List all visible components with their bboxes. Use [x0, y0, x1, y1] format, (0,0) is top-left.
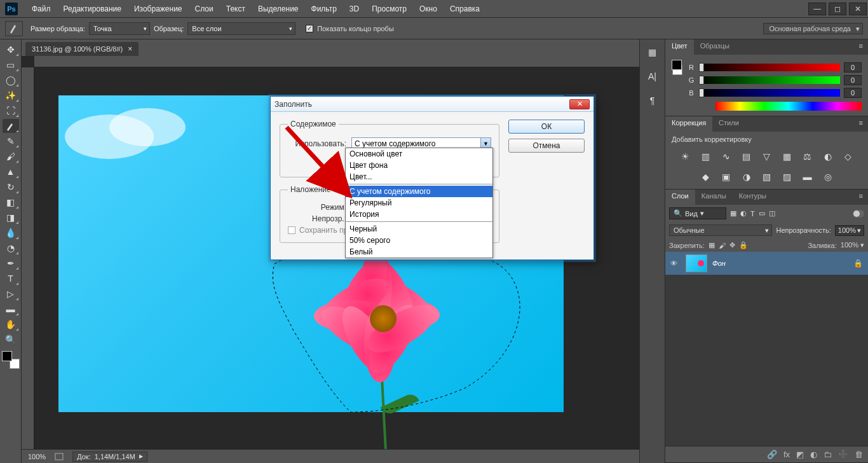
foreground-background-color[interactable] — [2, 351, 20, 369]
layer-opacity-value[interactable]: 100% ▾ — [835, 225, 864, 236]
status-zoom[interactable]: 100% — [28, 453, 46, 460]
menu-edit[interactable]: Редактирование — [57, 0, 128, 17]
filter-type-icon[interactable]: T — [750, 210, 755, 218]
document-tab-close[interactable]: × — [128, 45, 132, 53]
tab-color[interactable]: Цвет — [665, 39, 694, 55]
layer-mask-icon[interactable]: ◩ — [796, 450, 804, 459]
filter-toggle[interactable] — [853, 210, 864, 218]
b-value[interactable]: 0 — [844, 88, 862, 98]
hand-tool[interactable]: ✋ — [3, 317, 19, 331]
hue-strip[interactable] — [715, 102, 862, 111]
clone-stamp-tool[interactable]: ▲ — [3, 165, 19, 179]
layer-name[interactable]: Фон — [712, 259, 848, 267]
workspace-select[interactable]: Основная рабочая среда — [763, 23, 863, 34]
link-layers-icon[interactable]: 🔗 — [767, 450, 777, 459]
paragraph-panel-icon[interactable]: ¶ — [645, 93, 660, 108]
tab-channels[interactable]: Каналы — [695, 190, 733, 205]
window-minimize[interactable]: — — [808, 3, 826, 15]
photo-filter-icon[interactable]: ◇ — [841, 149, 855, 163]
vibrance-icon[interactable]: ▽ — [760, 149, 774, 163]
eyedropper-tool[interactable] — [3, 119, 19, 133]
dodge-tool[interactable]: ◔ — [3, 241, 19, 255]
lock-transparent-icon[interactable]: ▦ — [709, 241, 715, 249]
dialog-title-bar[interactable]: Заполнить ✕ — [271, 97, 593, 112]
gradient-map-icon[interactable]: ▬ — [801, 170, 815, 184]
menu-layers[interactable]: Слои — [189, 0, 220, 17]
delete-layer-icon[interactable]: 🗑 — [855, 450, 863, 459]
layer-thumbnail[interactable] — [686, 254, 707, 272]
panel-menu-icon[interactable]: ≡ — [854, 190, 868, 205]
lock-pixels-icon[interactable]: 🖌 — [719, 242, 726, 249]
eraser-tool[interactable]: ◧ — [3, 195, 19, 209]
menu-help[interactable]: Справка — [444, 0, 486, 17]
g-slider[interactable] — [699, 76, 840, 84]
r-value[interactable]: 0 — [844, 62, 862, 73]
filter-adjust-icon[interactable]: ◐ — [740, 209, 747, 218]
dropdown-option[interactable]: История — [346, 209, 492, 220]
active-tool-icon[interactable] — [5, 21, 23, 36]
menu-filter[interactable]: Фильтр — [305, 0, 343, 17]
ok-button[interactable]: ОК — [508, 120, 585, 134]
dropdown-option[interactable]: Цвет... — [346, 171, 492, 183]
menu-3d[interactable]: 3D — [343, 0, 365, 17]
channel-mixer-icon[interactable]: ◆ — [699, 170, 713, 184]
curves-icon[interactable]: ∿ — [719, 149, 733, 163]
lock-position-icon[interactable]: ✥ — [729, 241, 735, 249]
panel-menu-icon[interactable]: ≡ — [854, 39, 868, 55]
layer-row[interactable]: 👁 Фон 🔒 — [665, 252, 868, 275]
menu-view[interactable]: Просмотр — [365, 0, 413, 17]
new-adjustment-icon[interactable]: ◐ — [810, 450, 817, 459]
pen-tool[interactable]: ✒ — [3, 256, 19, 270]
menu-text[interactable]: Текст — [220, 0, 252, 17]
lasso-tool[interactable]: ◯ — [3, 73, 19, 87]
window-close[interactable]: ✕ — [849, 3, 867, 15]
blur-tool[interactable]: 💧 — [3, 226, 19, 240]
crop-tool[interactable]: ⛶ — [3, 104, 19, 118]
layer-filter[interactable]: 🔍 Вид ▾ — [669, 207, 726, 219]
filter-shape-icon[interactable]: ▭ — [759, 209, 765, 218]
menu-select[interactable]: Выделение — [252, 0, 305, 17]
dialog-close-button[interactable]: ✕ — [569, 99, 590, 109]
b-slider[interactable] — [699, 89, 840, 97]
window-maximize[interactable]: ◻ — [829, 3, 846, 15]
exposure-icon[interactable]: ▤ — [740, 149, 754, 163]
color-balance-icon[interactable]: ⚖ — [801, 149, 815, 163]
panel-menu-icon[interactable]: ≡ — [854, 116, 868, 132]
show-sampling-ring[interactable]: ✓ Показать кольцо пробы — [306, 25, 394, 32]
magic-wand-tool[interactable]: ✨ — [3, 88, 19, 102]
layer-fill-value[interactable]: 100% ▾ — [841, 241, 864, 249]
sample-select[interactable]: Все слои — [187, 22, 295, 35]
hue-icon[interactable]: ▦ — [780, 149, 794, 163]
dropdown-option[interactable]: С учетом содержимого — [346, 186, 492, 197]
dropdown-option[interactable]: Основной цвет — [346, 148, 492, 160]
gradient-tool[interactable]: ◨ — [3, 211, 19, 225]
type-tool[interactable]: T — [3, 272, 19, 286]
ruler-horizontal[interactable] — [34, 56, 639, 67]
dropdown-option[interactable]: Белый — [346, 246, 492, 258]
threshold-icon[interactable]: ▨ — [780, 170, 794, 184]
filter-smart-icon[interactable]: ◫ — [769, 209, 775, 218]
path-select-tool[interactable]: ▷ — [3, 287, 19, 301]
tab-adjustments[interactable]: Коррекция — [665, 116, 712, 132]
status-doc-info[interactable]: Док: 1,14M/1,14M ▶ — [72, 452, 147, 462]
dropdown-option[interactable]: Цвет фона — [346, 160, 492, 171]
move-tool[interactable]: ✥ — [3, 43, 19, 57]
filter-image-icon[interactable]: ▦ — [730, 209, 736, 218]
document-tab[interactable]: 31136.jpg @ 100% (RGB/8#) × — [25, 42, 139, 56]
tab-styles[interactable]: Стили — [712, 116, 745, 132]
lock-all-icon[interactable]: 🔒 — [739, 241, 748, 249]
blend-mode-select[interactable]: Обычные — [669, 225, 772, 236]
color-lookup-icon[interactable]: ▣ — [719, 170, 733, 184]
new-group-icon[interactable]: 🗀 — [824, 450, 832, 459]
dropdown-option[interactable]: Черный — [346, 223, 492, 235]
shape-tool[interactable]: ▬ — [3, 302, 19, 316]
new-layer-icon[interactable]: ➕ — [838, 450, 848, 459]
tab-swatches[interactable]: Образцы — [694, 39, 736, 55]
selective-color-icon[interactable]: ◎ — [821, 170, 835, 184]
layer-visibility-icon[interactable]: 👁 — [670, 259, 681, 267]
levels-icon[interactable]: ▥ — [699, 149, 713, 163]
brightness-icon[interactable]: ☀ — [679, 149, 693, 163]
tab-paths[interactable]: Контуры — [733, 190, 773, 205]
ruler-vertical[interactable] — [22, 67, 34, 449]
bw-icon[interactable]: ◐ — [821, 149, 835, 163]
